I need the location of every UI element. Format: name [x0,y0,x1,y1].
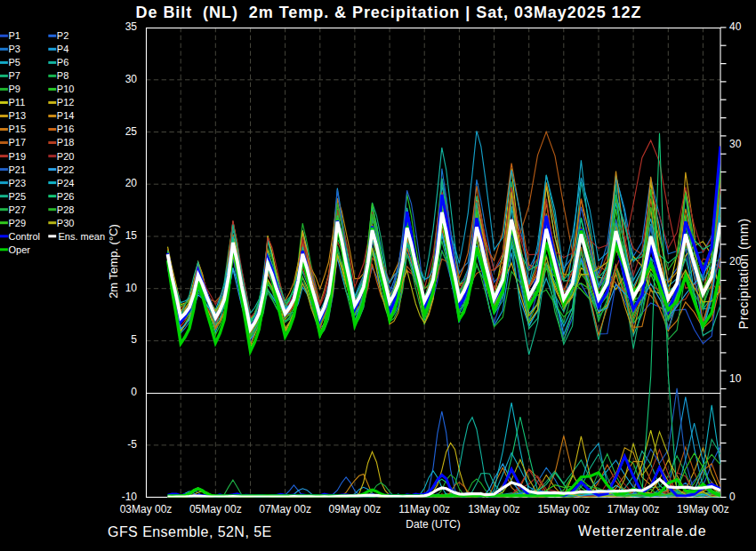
svg-text:30: 30 [125,73,138,85]
svg-text:P19: P19 [9,151,27,162]
svg-text:40: 40 [729,20,742,33]
svg-text:GFS Ensemble, 52N, 5E: GFS Ensemble, 52N, 5E [108,524,272,539]
svg-text:P29: P29 [9,218,27,228]
svg-text:P5: P5 [9,57,20,68]
svg-text:Control: Control [9,231,40,242]
svg-text:11May 00z: 11May 00z [398,503,450,515]
svg-text:15May 00z: 15May 00z [537,503,590,515]
svg-text:P2: P2 [57,30,68,41]
svg-text:P13: P13 [9,110,27,121]
svg-text:P20: P20 [57,151,75,162]
svg-text:30: 30 [729,138,742,150]
svg-text:P12: P12 [57,97,75,108]
svg-text:P6: P6 [57,57,68,68]
svg-text:P22: P22 [57,164,75,175]
svg-text:De Bilt (NL) 2m Temp. & Prec: De Bilt (NL) 2m Temp. & Precipitation | … [136,4,642,21]
svg-text:15: 15 [125,229,138,242]
svg-text:P3: P3 [9,44,20,54]
svg-text:03May 00z: 03May 00z [120,503,173,515]
svg-text:P24: P24 [57,178,75,188]
svg-text:19May 00z: 19May 00z [677,503,729,515]
svg-text:05May 00z: 05May 00z [189,503,242,515]
svg-text:P17: P17 [9,137,27,148]
svg-text:P1: P1 [9,30,20,41]
svg-text:10: 10 [729,372,742,385]
svg-text:20: 20 [125,177,138,189]
svg-text:P27: P27 [9,204,27,215]
svg-text:2m Temp. (°C): 2m Temp. (°C) [107,224,120,299]
svg-text:09May 00z: 09May 00z [329,503,382,515]
svg-text:P30: P30 [57,218,75,228]
svg-text:P16: P16 [57,124,75,134]
svg-text:Date (UTC): Date (UTC) [406,518,460,531]
svg-text:P14: P14 [57,110,75,121]
svg-text:P21: P21 [9,164,27,175]
svg-text:Precipitation (mm): Precipitation (mm) [736,219,751,330]
svg-text:P8: P8 [57,70,68,81]
svg-text:P15: P15 [9,124,27,134]
svg-text:35: 35 [125,20,138,33]
svg-text:P23: P23 [9,178,27,188]
svg-text:25: 25 [125,125,138,138]
svg-text:P7: P7 [9,70,20,81]
svg-text:P18: P18 [57,137,75,148]
svg-text:10: 10 [125,282,138,294]
svg-text:P4: P4 [57,44,68,54]
svg-text:P11: P11 [9,97,26,108]
svg-text:Ens. mean: Ens. mean [59,231,106,242]
svg-text:5: 5 [131,333,137,346]
svg-text:Wetterzentrale.de: Wetterzentrale.de [578,523,707,539]
svg-text:P26: P26 [57,191,75,202]
svg-text:13May 00z: 13May 00z [468,503,520,515]
svg-text:P25: P25 [9,191,27,202]
svg-text:P10: P10 [57,84,75,94]
svg-text:0: 0 [131,386,137,398]
svg-text:P9: P9 [9,84,20,94]
svg-text:07May 00z: 07May 00z [259,503,311,515]
svg-text:-5: -5 [127,438,137,451]
svg-text:-10: -10 [122,491,138,503]
svg-text:Oper: Oper [9,244,31,255]
svg-text:0: 0 [729,491,736,503]
svg-text:P28: P28 [57,204,75,215]
svg-text:17May 00z: 17May 00z [607,503,660,515]
